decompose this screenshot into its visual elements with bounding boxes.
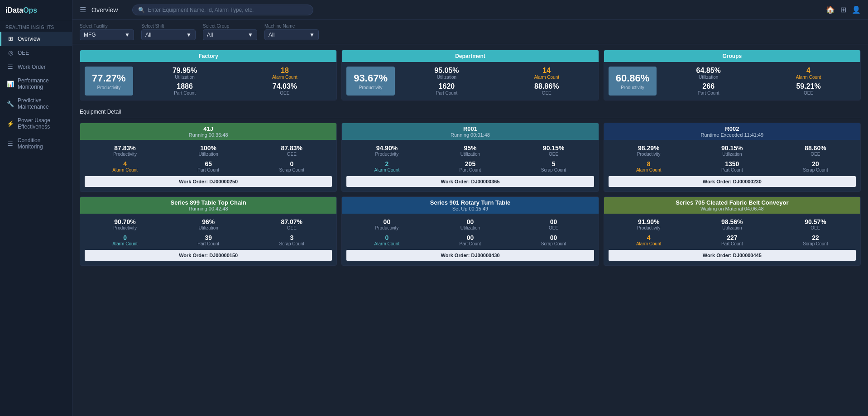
- shift-chevron: ▼: [186, 32, 192, 38]
- groups-title: Groups: [722, 53, 742, 59]
- factory-parts-label: Part Count: [138, 91, 232, 96]
- eq-top-metrics-r002: 98.29% Productivity 90.15% Utilization 8…: [609, 144, 856, 157]
- eq-alarm-label-r001: Alarm Count: [346, 167, 427, 172]
- eq-alarm-label-series899: Alarm Count: [85, 241, 165, 246]
- groups-oee-value: 59.21%: [761, 82, 856, 91]
- eq-alarm-series899: 0 Alarm Count: [85, 234, 165, 246]
- sidebar-item-label: Overview: [18, 36, 40, 42]
- eq-alarm-label-r002: Alarm Count: [609, 167, 689, 172]
- eq-utilization-41j: 100% Utilization: [168, 144, 249, 157]
- factory-alarm: 18 Alarm Count: [237, 67, 332, 80]
- factory-oee: 74.03% OEE: [237, 82, 332, 96]
- department-productivity-label: Productivity: [359, 85, 383, 90]
- factory-title: Factory: [198, 53, 218, 59]
- eq-alarm-value-series899: 0: [85, 234, 165, 241]
- eq-productivity-series901: 00 Productivity: [346, 218, 427, 230]
- factory-parts-value: 1886: [138, 82, 232, 91]
- facility-chevron: ▼: [125, 32, 130, 38]
- eq-utilization-value-series899: 96%: [168, 218, 249, 225]
- search-bar[interactable]: 🔍: [132, 5, 313, 15]
- work-order-bar-series705: Work Order: DJ00000445: [609, 250, 856, 261]
- eq-utilization-r001: 95% Utilization: [430, 144, 510, 157]
- eq-productivity-label-41j: Productivity: [85, 152, 165, 157]
- oee-icon: ◎: [7, 49, 14, 56]
- department-title: Department: [455, 53, 485, 59]
- sidebar-item-performance-monitoring[interactable]: 📊 Performance Monitoring: [0, 74, 72, 94]
- sidebar-item-condition-monitoring[interactable]: ☰ Condition Monitoring: [0, 134, 72, 153]
- group-select[interactable]: All ▼: [203, 29, 257, 40]
- header-actions: 🏠 ⊞ 👤: [826, 5, 861, 14]
- sidebar-item-power-usage[interactable]: ⚡ Power Usage Effectiveness: [0, 114, 72, 134]
- sidebar-item-overview[interactable]: ⊞ Overview: [0, 32, 72, 46]
- eq-productivity-value-r002: 98.29%: [609, 144, 689, 152]
- eq-parts-value-r002: 1350: [692, 160, 772, 167]
- eq-scrap-value-series899: 3: [251, 234, 332, 241]
- facility-select[interactable]: MFG ▼: [80, 29, 134, 40]
- facility-filter: Select Facility MFG ▼: [80, 24, 134, 40]
- groups-card-body: 60.86% Productivity 64.85% Utilization 4…: [604, 62, 860, 100]
- eq-oee-41j: 87.83% OEE: [251, 144, 332, 157]
- equipment-header-series901: Series 901 Rotary Turn Table Set Up 00:1…: [342, 197, 598, 214]
- groups-oee: 59.21% OEE: [761, 82, 856, 96]
- header: ☰ Overview 🔍 🏠 ⊞ 👤: [72, 0, 868, 20]
- sidebar-item-oee[interactable]: ◎ OEE: [0, 46, 72, 60]
- eq-parts-series705: 227 Part Count: [692, 234, 772, 246]
- equipment-status-series901: Set Up 00:15:49: [346, 206, 594, 211]
- equipment-body-series901: 00 Productivity 00 Utilization 00 OEE 0: [342, 214, 598, 265]
- sidebar-item-predictive-maintenance[interactable]: 🔧 Predictive Maintenance: [0, 94, 72, 114]
- department-alarm-value: 14: [499, 67, 594, 75]
- eq-alarm-series901: 0 Alarm Count: [346, 234, 427, 246]
- eq-productivity-41j: 87.83% Productivity: [85, 144, 165, 157]
- search-input[interactable]: [148, 7, 307, 13]
- factory-card-body: 77.27% Productivity 79.95% Utilization 1…: [80, 62, 336, 100]
- factory-productivity-label: Productivity: [97, 85, 120, 90]
- eq-utilization-value-41j: 100%: [168, 144, 249, 152]
- equipment-status-series899: Running 00:42:48: [85, 206, 332, 211]
- hamburger-icon[interactable]: ☰: [80, 5, 86, 14]
- content-area: Factory 77.27% Productivity 79.95% Utili…: [72, 44, 868, 416]
- eq-oee-label-r002: OEE: [775, 152, 856, 157]
- eq-alarm-41j: 4 Alarm Count: [85, 160, 165, 172]
- eq-oee-label-r001: OEE: [513, 152, 594, 157]
- eq-parts-series899: 39 Part Count: [168, 234, 249, 246]
- groups-productivity-label: Productivity: [621, 85, 644, 90]
- eq-productivity-series899: 90.70% Productivity: [85, 218, 165, 230]
- machine-select[interactable]: All ▼: [264, 29, 319, 40]
- home-icon[interactable]: 🏠: [826, 5, 835, 14]
- department-utilization-value: 95.05%: [399, 67, 494, 75]
- sidebar: iDataOps Realtime Insights ⊞ Overview ◎ …: [0, 0, 72, 416]
- shift-select[interactable]: All ▼: [141, 29, 196, 40]
- eq-utilization-label-series899: Utilization: [168, 225, 249, 230]
- factory-productivity-value: 77.27%: [92, 72, 126, 84]
- groups-utilization-value: 64.85%: [661, 67, 756, 75]
- department-parts-value: 1620: [399, 82, 494, 91]
- user-icon[interactable]: 👤: [852, 5, 861, 14]
- sidebar-item-label: Condition Monitoring: [18, 137, 67, 150]
- sidebar-item-work-order[interactable]: ☰ Work Order: [0, 60, 72, 74]
- main-content: ☰ Overview 🔍 🏠 ⊞ 👤 Select Facility MFG ▼…: [72, 0, 868, 416]
- apps-icon[interactable]: ⊞: [840, 5, 846, 14]
- eq-oee-value-series705: 90.57%: [775, 218, 856, 225]
- equipment-body-41j: 87.83% Productivity 100% Utilization 87.…: [80, 140, 336, 191]
- factory-oee-label: OEE: [237, 91, 332, 96]
- eq-utilization-value-r001: 95%: [430, 144, 510, 152]
- factory-productivity-box: 77.27% Productivity: [85, 67, 133, 96]
- equipment-status-r002: Runtime Exceeded 11:41:49: [609, 132, 856, 138]
- eq-productivity-r001: 94.90% Productivity: [346, 144, 427, 157]
- groups-utilization-label: Utilization: [661, 75, 756, 80]
- groups-parts-value: 266: [661, 82, 756, 91]
- equipment-header-r002: R002 Runtime Exceeded 11:41:49: [604, 123, 860, 140]
- eq-parts-label-r001: Part Count: [430, 167, 510, 172]
- machine-value: All: [269, 32, 274, 38]
- eq-parts-value-series901: 00: [430, 234, 510, 241]
- performance-icon: 📊: [7, 81, 14, 87]
- work-order-bar-41j: Work Order: DJ00000250: [85, 176, 332, 187]
- equipment-header-41j: 41J Running 00:36:48: [80, 123, 336, 140]
- sidebar-item-label: Predictive Maintenance: [18, 97, 67, 110]
- groups-productivity-box: 60.86% Productivity: [609, 67, 657, 96]
- eq-scrap-value-r001: 5: [513, 160, 594, 167]
- eq-bottom-metrics-r001: 2 Alarm Count 205 Part Count 5 Scrap Cou…: [346, 160, 594, 172]
- eq-alarm-value-r001: 2: [346, 160, 427, 167]
- eq-utilization-value-series901: 00: [430, 218, 510, 225]
- eq-scrap-label-r002: Scrap Count: [775, 167, 856, 172]
